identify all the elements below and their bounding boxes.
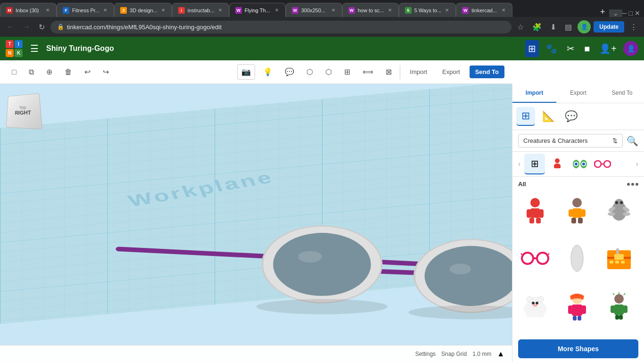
svg-point-8 [298, 251, 322, 262]
shape-item-red-figure[interactable] [516, 191, 554, 229]
svg-point-46 [623, 212, 630, 216]
grid-view-button[interactable]: ⊞ [525, 40, 539, 57]
copy-button[interactable]: ⧉ [25, 65, 38, 80]
browser-tab-8[interactable]: 5 5 Ways to... ✕ [399, 3, 456, 17]
codeblocks-button[interactable]: ✂ [564, 40, 578, 57]
shape-item-character2[interactable] [600, 288, 638, 325]
tab-title: tinkercad... [471, 8, 498, 13]
tab-overflow-button[interactable]: ⌄ [609, 9, 622, 17]
person-tab[interactable] [547, 154, 568, 174]
forward-button[interactable]: → [20, 21, 33, 33]
export-button[interactable]: Export [437, 66, 466, 78]
light-button[interactable]: 💡 [259, 64, 277, 80]
download-button[interactable]: ⬇ [547, 21, 559, 33]
tab-close-icon[interactable]: ✕ [102, 7, 108, 14]
shape-item-girl[interactable] [558, 288, 596, 325]
sidebar-toggle-button[interactable]: ▤ [562, 21, 575, 33]
scroll-left-button[interactable]: ‹ [516, 158, 522, 170]
send-to-panel-button[interactable]: Send To [600, 84, 644, 103]
new-tab-button[interactable]: + [596, 7, 609, 17]
eyes-tab[interactable] [570, 154, 590, 174]
tab-close-icon[interactable]: ✕ [160, 7, 166, 14]
tab-close-icon[interactable]: ✕ [444, 7, 450, 14]
tab-close-icon[interactable]: ✕ [45, 7, 50, 14]
align-button[interactable]: ⊞ [340, 64, 355, 80]
update-button[interactable]: Update [594, 21, 624, 33]
ar-view-button[interactable]: 🐾 [543, 40, 560, 57]
browser-tab-9[interactable]: W tinkercad... ✕ [456, 3, 512, 17]
hamburger-menu-button[interactable]: ☰ [28, 41, 41, 56]
scroll-right-button[interactable]: › [634, 158, 640, 170]
tab-close-icon[interactable]: ✕ [387, 7, 393, 14]
shape-item-oval[interactable] [558, 239, 596, 277]
category-dropdown[interactable]: Creatures & Characters ⇅ [518, 134, 623, 148]
view-cube[interactable]: Top RIGHT [6, 93, 42, 130]
all-shapes-tab[interactable]: ⊞ [524, 154, 545, 174]
mirror-button[interactable]: ⟺ [358, 64, 378, 80]
more-shapes-button[interactable]: More Shapes [518, 339, 638, 358]
url-bar[interactable]: 🔒 tinkercad.com/things/eMfL95A0sqi-shiny… [50, 21, 512, 33]
add-person-button[interactable]: 👤+ [596, 40, 619, 57]
tab-close-icon[interactable]: ✕ [501, 7, 506, 14]
notes-view-tab[interactable]: 💬 [561, 107, 580, 126]
browser-tab-7[interactable]: W how to sc... ✕ [342, 3, 399, 17]
snap-grid-up-button[interactable]: ▲ [497, 350, 504, 358]
tab-close-icon[interactable]: ✕ [217, 7, 223, 14]
new-shape-button[interactable]: □ [8, 65, 21, 80]
refresh-button[interactable]: ↻ [36, 21, 48, 33]
close-button[interactable]: ✕ [635, 9, 640, 17]
duplicate-button[interactable]: ⊕ [42, 64, 57, 80]
send-to-button[interactable]: Send To [470, 66, 504, 78]
export-panel-button[interactable]: Export [556, 84, 600, 103]
svg-rect-31 [527, 209, 531, 218]
bookmark-button[interactable]: ☆ [514, 21, 527, 33]
svg-point-47 [615, 201, 618, 204]
tab-close-icon[interactable]: ✕ [330, 7, 336, 14]
svg-rect-75 [581, 305, 586, 314]
group-button[interactable]: ⬡ [302, 64, 317, 80]
maximize-button[interactable]: □ [629, 9, 633, 17]
shape-item-glasses[interactable] [516, 239, 554, 277]
tab-title: Fitness Pr... [72, 8, 99, 13]
glasses-tab[interactable] [592, 154, 613, 174]
profile-avatar[interactable]: 👤 [578, 20, 591, 33]
camera-button[interactable]: 📷 [237, 64, 255, 80]
ungroup-button[interactable]: ⬡ [321, 64, 336, 80]
chat-button[interactable]: 💬 [281, 64, 298, 80]
extensions-button[interactable]: 🧩 [529, 21, 545, 33]
svg-rect-32 [539, 209, 544, 218]
browser-tab-6[interactable]: W 300x250... ✕ [286, 3, 342, 17]
search-button[interactable]: 🔍 [627, 135, 638, 147]
tab-title: 5 Ways to... [414, 8, 442, 13]
workplane-button[interactable]: ⊠ [381, 64, 396, 80]
import-button[interactable]: Import [404, 66, 433, 78]
right-panel: Import Export Send To ⊞ 📐 💬 Creatures & … [512, 84, 644, 362]
import-panel-button[interactable]: Import [512, 84, 556, 103]
svg-point-35 [572, 198, 582, 207]
browser-tab-5[interactable]: W Flying Th... ✕ [229, 3, 286, 17]
tab-close-icon[interactable]: ✕ [274, 7, 280, 14]
browser-tab-3[interactable]: 3 3D design... ✕ [114, 3, 172, 17]
back-button[interactable]: ← [4, 21, 17, 33]
sim-button[interactable]: ■ [581, 41, 593, 57]
browser-tab-2[interactable]: F Fitness Pr... ✕ [57, 3, 114, 17]
svg-point-48 [620, 201, 623, 204]
shape-item-bear[interactable] [516, 288, 554, 325]
undo-button[interactable]: ↩ [80, 64, 95, 80]
svg-rect-82 [615, 315, 619, 320]
redo-button[interactable]: ↪ [99, 64, 113, 80]
shape-item-character[interactable] [558, 191, 596, 229]
browser-tab-1[interactable]: M Inbox (30) ✕ [0, 3, 57, 17]
shape-item-treasure[interactable] [600, 239, 638, 277]
shape-item-bug[interactable] [600, 191, 638, 229]
browser-tab-4[interactable]: i instructab... ✕ [172, 3, 229, 17]
more-options-button[interactable] [627, 183, 638, 186]
grid-view-tab[interactable]: ⊞ [516, 107, 535, 126]
minimize-button[interactable]: ─ [622, 9, 627, 17]
chrome-menu-button[interactable]: ⋮ [627, 21, 640, 33]
svg-rect-34 [536, 218, 541, 223]
delete-button[interactable]: 🗑 [60, 65, 76, 80]
top-toolbar: □ ⧉ ⊕ 🗑 ↩ ↪ 📷 💡 💬 ⬡ ⬡ ⊞ ⟺ ⊠ Import Expor… [0, 60, 512, 84]
user-avatar[interactable]: 👤 [623, 41, 638, 56]
ruler-view-tab[interactable]: 📐 [539, 107, 558, 126]
